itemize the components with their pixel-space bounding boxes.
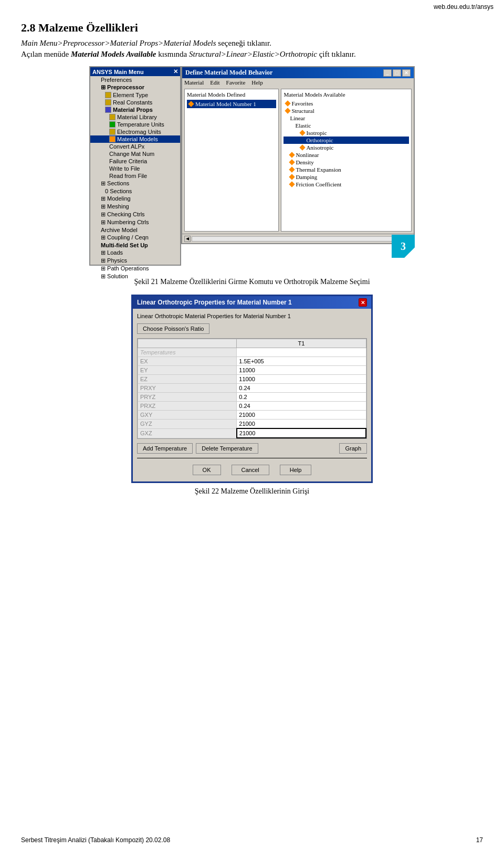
ortho-close-btn[interactable]: ✕ [359,298,367,307]
table-row: GYZ 21000 [138,420,366,429]
footer-right: 17 [476,836,483,844]
menu-element-type[interactable]: Element Type [90,91,180,99]
temp-value-cell[interactable] [237,348,366,357]
menu-loads[interactable]: ⊞ Loads [90,249,180,257]
divider [137,458,367,458]
gyz-value[interactable]: 21000 [237,420,366,429]
menu-change-mat-num[interactable]: Change Mat Num [90,150,180,158]
table-row: PRXZ 0.24 [138,402,366,411]
menu-convert-alpx[interactable]: Convert ALPx [90,143,180,150]
menu-checking-ctrls[interactable]: ⊞ Checking Ctrls [90,211,180,218]
tree-diamond-icon [289,174,295,180]
menu-edit[interactable]: Edit [210,79,219,86]
ex-value[interactable]: 1.5E+005 [237,357,366,366]
tree-favorites[interactable]: Favorites [284,100,409,107]
prxy-value[interactable]: 0.24 [237,384,366,393]
minimize-btn[interactable]: _ [383,69,392,77]
tree-diamond-icon [300,144,306,150]
prxz-value[interactable]: 0.24 [237,402,366,411]
ex-label: EX [138,357,237,366]
table-row: EY 11000 [138,366,366,375]
tree-damping[interactable]: Damping [284,173,409,181]
menu-material[interactable]: Material [184,79,204,86]
table-row: GXY 21000 [138,411,366,420]
tree-diamond-icon [300,130,306,135]
pryz-value[interactable]: 0.2 [237,393,366,402]
menu-help[interactable]: Help [251,79,262,86]
menu-coupling-ceqn[interactable]: ⊞ Coupling / Ceqn [90,234,180,242]
material-model-item[interactable]: Material Model Number 1 [187,100,276,108]
figure2-container: Linear Orthotropic Properties for Materi… [21,295,483,483]
poissons-ratio-btn[interactable]: Choose Poisson's Ratio [137,323,209,334]
tree-isotropic[interactable]: Isotropic [284,129,409,137]
ez-label: EZ [138,375,237,384]
dialog-menu-bar: Material Edit Favorite Help [182,78,414,87]
menu-real-constants[interactable]: Real Constants [90,99,180,106]
section-heading: 2.8 Malzeme Özellikleri [21,21,483,35]
ortho-action-row: Add Temperature Delete Temperature Graph [137,443,367,454]
tree-thermal-expansion[interactable]: Thermal Expansion [284,166,409,173]
tree-orthotropic[interactable]: Orthotropic [284,137,409,144]
menu-meshing[interactable]: ⊞ Meshing [90,203,180,211]
restore-btn[interactable]: □ [393,69,401,77]
menu-write-to-file[interactable]: Write to File [90,165,180,172]
ok-btn[interactable]: OK [193,465,221,475]
ortho-table: T1 Temperatures EX 1.5E+005 [138,339,366,438]
url-header: web.deu.edu.tr/ansys [0,0,504,11]
ey-value[interactable]: 11000 [237,366,366,375]
gxy-value[interactable]: 21000 [237,411,366,420]
tree-friction-coeff[interactable]: Friction Coefficient [284,181,409,188]
body-line2: Açılan menüde Material Models Available … [21,50,483,59]
tree-nonlinear[interactable]: Nonlinear [284,151,409,159]
menu-sections[interactable]: ⊞ Sections [90,180,180,187]
tree-density[interactable]: Density [284,159,409,166]
figure1-container: ANSYS Main Menu ✕ Preferences ⊞ Preproce… [21,66,483,274]
menu-preferences[interactable]: Preferences [90,76,180,83]
tree-diamond-icon [285,108,291,113]
menu-preprocessor[interactable]: ⊞ Preprocessor [90,83,180,91]
menu-solution[interactable]: ⊞ Solution [90,272,180,280]
tree-anisotropic[interactable]: Anisotropic [284,144,409,151]
menu-archive-model[interactable]: Archive Model [90,226,180,234]
ortho-table-container: T1 Temperatures EX 1.5E+005 [137,338,367,439]
delete-temp-btn[interactable]: Delete Temperature [196,443,258,454]
menu-material-library[interactable]: Material Library [90,113,180,121]
ez-value[interactable]: 11000 [237,375,366,384]
pryz-label: PRYZ [138,393,237,402]
body-line1: Main Menu>Preprocessor>Material Props>Ma… [21,39,483,48]
menu-material-props[interactable]: Material Props [90,106,180,113]
menu-material-models[interactable]: Material Models [90,135,180,143]
gxz-value[interactable]: 21000 [237,428,366,438]
add-temp-btn[interactable]: Add Temperature [137,443,193,454]
menu-failure-criteria[interactable]: Failure Criteria [90,158,180,165]
prxy-label: PRXY [138,384,237,393]
help-btn[interactable]: Help [280,465,312,475]
menu-modeling[interactable]: ⊞ Modeling [90,195,180,203]
ortho-body: Linear Orthotropic Material Properties f… [133,309,371,481]
tree-linear[interactable]: Linear [284,114,409,122]
menu-multifield[interactable]: Multi-field Set Up [90,242,180,249]
ey-label: EY [138,366,237,375]
menu-path-operations[interactable]: ⊞ Path Operations [90,265,180,272]
gyz-label: GYZ [138,420,237,429]
menu-favorite[interactable]: Favorite [226,79,246,86]
scroll-track [192,236,404,242]
cancel-btn[interactable]: Cancel [232,465,269,475]
menu-physics[interactable]: ⊞ Physics [90,257,180,265]
menu-temp-units[interactable]: Temperature Units [90,121,180,128]
tree-elastic[interactable]: Elastic [284,122,409,129]
menu-read-from-file[interactable]: Read from File [90,172,180,180]
table-row: EX 1.5E+005 [138,357,366,366]
figure2-caption: Şekil 22 Malzeme Özelliklerinin Girişi [21,487,483,496]
tree-diamond-icon [289,159,295,165]
gxz-label: GXZ [138,428,237,438]
graph-btn[interactable]: Graph [339,443,367,454]
close-btn[interactable]: ✕ [402,69,411,77]
right-panel: Material Models Available Favorites Stru… [281,89,412,232]
menu-numbering-ctrls[interactable]: ⊞ Numbering Ctrls [90,218,180,226]
scroll-left-btn[interactable]: ◀ [184,236,191,242]
tree-structural[interactable]: Structural [284,107,409,114]
ortho-dialog-title: Linear Orthotropic Properties for Materi… [137,299,292,306]
menu-0-sections[interactable]: 0 Sections [90,187,180,195]
menu-electromag-units[interactable]: Electromag Units [90,128,180,135]
